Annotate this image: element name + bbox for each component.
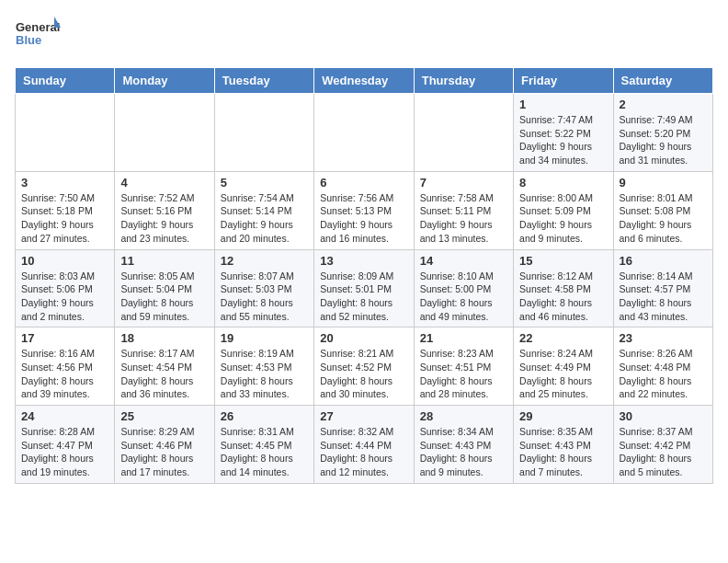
calendar-header-row: SundayMondayTuesdayWednesdayThursdayFrid… [16, 68, 713, 94]
calendar-cell: 17Sunrise: 8:16 AM Sunset: 4:56 PM Dayli… [16, 327, 115, 406]
cell-info: Sunrise: 7:58 AM Sunset: 5:11 PM Dayligh… [420, 191, 507, 246]
calendar-cell: 16Sunrise: 8:14 AM Sunset: 4:57 PM Dayli… [613, 249, 712, 327]
cell-info: Sunrise: 7:50 AM Sunset: 5:18 PM Dayligh… [21, 191, 108, 246]
day-number: 19 [221, 331, 308, 345]
col-header-thursday: Thursday [414, 68, 513, 94]
cell-info: Sunrise: 8:17 AM Sunset: 4:54 PM Dayligh… [120, 347, 208, 401]
cell-info: Sunrise: 7:49 AM Sunset: 5:20 PM Dayligh… [620, 113, 707, 167]
calendar-cell [214, 94, 313, 172]
day-number: 16 [620, 254, 707, 268]
cell-info: Sunrise: 8:35 AM Sunset: 4:43 PM Dayligh… [519, 425, 607, 479]
calendar-cell: 12Sunrise: 8:07 AM Sunset: 5:03 PM Dayli… [214, 249, 313, 327]
calendar-cell [314, 94, 414, 172]
calendar-cell: 28Sunrise: 8:34 AM Sunset: 4:43 PM Dayli… [414, 406, 513, 484]
calendar-cell: 21Sunrise: 8:23 AM Sunset: 4:51 PM Dayli… [414, 327, 513, 406]
day-number: 9 [620, 176, 707, 190]
cell-info: Sunrise: 8:29 AM Sunset: 4:46 PM Dayligh… [120, 425, 208, 479]
day-number: 21 [420, 331, 507, 345]
calendar-cell: 26Sunrise: 8:31 AM Sunset: 4:45 PM Dayli… [214, 406, 313, 484]
calendar-cell: 6Sunrise: 7:56 AM Sunset: 5:13 PM Daylig… [314, 171, 414, 249]
day-number: 23 [620, 331, 707, 345]
calendar-cell: 7Sunrise: 7:58 AM Sunset: 5:11 PM Daylig… [414, 171, 513, 249]
cell-info: Sunrise: 8:32 AM Sunset: 4:44 PM Dayligh… [320, 425, 407, 479]
day-number: 6 [320, 176, 407, 190]
svg-text:Blue: Blue [16, 33, 41, 47]
calendar-cell [414, 94, 513, 172]
calendar-cell: 20Sunrise: 8:21 AM Sunset: 4:52 PM Dayli… [314, 327, 414, 406]
calendar-cell: 1Sunrise: 7:47 AM Sunset: 5:22 PM Daylig… [514, 94, 613, 172]
cell-info: Sunrise: 8:14 AM Sunset: 4:57 PM Dayligh… [620, 270, 707, 324]
calendar-cell: 8Sunrise: 8:00 AM Sunset: 5:09 PM Daylig… [514, 171, 613, 249]
day-number: 11 [120, 254, 208, 268]
svg-text:General: General [16, 20, 60, 34]
calendar-cell: 4Sunrise: 7:52 AM Sunset: 5:16 PM Daylig… [115, 171, 214, 249]
calendar-cell: 9Sunrise: 8:01 AM Sunset: 5:08 PM Daylig… [613, 171, 712, 249]
cell-info: Sunrise: 8:09 AM Sunset: 5:01 PM Dayligh… [320, 270, 407, 324]
day-number: 7 [420, 176, 507, 190]
calendar-cell: 18Sunrise: 8:17 AM Sunset: 4:54 PM Dayli… [115, 327, 214, 406]
day-number: 14 [420, 254, 507, 268]
cell-info: Sunrise: 8:12 AM Sunset: 4:58 PM Dayligh… [519, 270, 607, 324]
day-number: 29 [519, 409, 607, 423]
calendar-cell: 25Sunrise: 8:29 AM Sunset: 4:46 PM Dayli… [115, 406, 214, 484]
col-header-sunday: Sunday [16, 68, 115, 94]
cell-info: Sunrise: 7:47 AM Sunset: 5:22 PM Dayligh… [519, 113, 607, 167]
calendar-cell: 27Sunrise: 8:32 AM Sunset: 4:44 PM Dayli… [314, 406, 414, 484]
calendar-cell [115, 94, 214, 172]
cell-info: Sunrise: 8:37 AM Sunset: 4:42 PM Dayligh… [620, 425, 707, 479]
week-row-2: 3Sunrise: 7:50 AM Sunset: 5:18 PM Daylig… [16, 171, 713, 249]
cell-info: Sunrise: 8:31 AM Sunset: 4:45 PM Dayligh… [221, 425, 308, 479]
calendar-table: SundayMondayTuesdayWednesdayThursdayFrid… [15, 67, 713, 484]
calendar-cell: 2Sunrise: 7:49 AM Sunset: 5:20 PM Daylig… [613, 94, 712, 172]
cell-info: Sunrise: 8:00 AM Sunset: 5:09 PM Dayligh… [519, 191, 607, 246]
calendar-cell: 15Sunrise: 8:12 AM Sunset: 4:58 PM Dayli… [514, 249, 613, 327]
calendar-cell: 14Sunrise: 8:10 AM Sunset: 5:00 PM Dayli… [414, 249, 513, 327]
day-number: 13 [320, 254, 407, 268]
cell-info: Sunrise: 8:23 AM Sunset: 4:51 PM Dayligh… [420, 347, 507, 401]
day-number: 2 [620, 98, 707, 111]
day-number: 1 [519, 98, 607, 111]
col-header-saturday: Saturday [613, 68, 712, 94]
cell-info: Sunrise: 8:03 AM Sunset: 5:06 PM Dayligh… [21, 270, 108, 324]
cell-info: Sunrise: 8:34 AM Sunset: 4:43 PM Dayligh… [420, 425, 507, 479]
cell-info: Sunrise: 7:52 AM Sunset: 5:16 PM Dayligh… [120, 191, 208, 246]
week-row-5: 24Sunrise: 8:28 AM Sunset: 4:47 PM Dayli… [16, 406, 713, 484]
week-row-4: 17Sunrise: 8:16 AM Sunset: 4:56 PM Dayli… [16, 327, 713, 406]
calendar-cell: 11Sunrise: 8:05 AM Sunset: 5:04 PM Dayli… [115, 249, 214, 327]
day-number: 3 [21, 176, 108, 190]
cell-info: Sunrise: 8:21 AM Sunset: 4:52 PM Dayligh… [320, 347, 407, 401]
col-header-tuesday: Tuesday [214, 68, 313, 94]
calendar-cell: 13Sunrise: 8:09 AM Sunset: 5:01 PM Dayli… [314, 249, 414, 327]
calendar-cell: 29Sunrise: 8:35 AM Sunset: 4:43 PM Dayli… [514, 406, 613, 484]
cell-info: Sunrise: 8:28 AM Sunset: 4:47 PM Dayligh… [21, 425, 108, 479]
day-number: 12 [221, 254, 308, 268]
day-number: 5 [221, 176, 308, 190]
calendar-cell: 5Sunrise: 7:54 AM Sunset: 5:14 PM Daylig… [214, 171, 313, 249]
cell-info: Sunrise: 8:10 AM Sunset: 5:00 PM Dayligh… [420, 270, 507, 324]
cell-info: Sunrise: 8:19 AM Sunset: 4:53 PM Dayligh… [221, 347, 308, 401]
day-number: 4 [120, 176, 208, 190]
day-number: 30 [620, 409, 707, 423]
col-header-friday: Friday [514, 68, 613, 94]
week-row-1: 1Sunrise: 7:47 AM Sunset: 5:22 PM Daylig… [16, 94, 713, 172]
calendar-cell: 30Sunrise: 8:37 AM Sunset: 4:42 PM Dayli… [613, 406, 712, 484]
day-number: 8 [519, 176, 607, 190]
calendar-cell: 10Sunrise: 8:03 AM Sunset: 5:06 PM Dayli… [16, 249, 115, 327]
logo-svg: General Blue [15, 15, 61, 56]
cell-info: Sunrise: 8:07 AM Sunset: 5:03 PM Dayligh… [221, 270, 308, 324]
day-number: 10 [21, 254, 108, 268]
logo: General Blue [15, 15, 61, 56]
col-header-wednesday: Wednesday [314, 68, 414, 94]
cell-info: Sunrise: 8:26 AM Sunset: 4:48 PM Dayligh… [620, 347, 707, 401]
calendar-cell: 22Sunrise: 8:24 AM Sunset: 4:49 PM Dayli… [514, 327, 613, 406]
day-number: 26 [221, 409, 308, 423]
day-number: 15 [519, 254, 607, 268]
calendar-cell: 19Sunrise: 8:19 AM Sunset: 4:53 PM Dayli… [214, 327, 313, 406]
day-number: 28 [420, 409, 507, 423]
day-number: 18 [120, 331, 208, 345]
week-row-3: 10Sunrise: 8:03 AM Sunset: 5:06 PM Dayli… [16, 249, 713, 327]
cell-info: Sunrise: 8:01 AM Sunset: 5:08 PM Dayligh… [620, 191, 707, 246]
cell-info: Sunrise: 8:24 AM Sunset: 4:49 PM Dayligh… [519, 347, 607, 401]
page-header: General Blue [15, 15, 713, 56]
calendar-cell: 3Sunrise: 7:50 AM Sunset: 5:18 PM Daylig… [16, 171, 115, 249]
